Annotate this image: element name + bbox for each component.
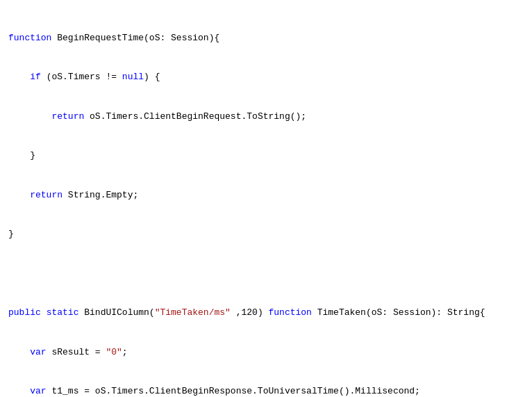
code-line: var t1_ms = oS.Timers.ClientBeginRespons…	[8, 385, 524, 397]
code-line: return String.Empty;	[8, 189, 524, 202]
code-line: public static BindUIColumn("TimeTaken/ms…	[8, 307, 524, 320]
code-line: var sResult = "0";	[8, 346, 524, 359]
code-line: }	[8, 228, 524, 241]
code-line: return oS.Timers.ClientBeginRequest.ToSt…	[8, 111, 524, 124]
code-line: if (oS.Timers != null) {	[8, 71, 524, 84]
code-line-empty	[8, 268, 524, 281]
code-editor[interactable]: function BeginRequestTime(oS: Session){ …	[0, 0, 532, 397]
code-line: }	[8, 149, 524, 163]
code-line: function BeginRequestTime(oS: Session){	[8, 32, 524, 45]
